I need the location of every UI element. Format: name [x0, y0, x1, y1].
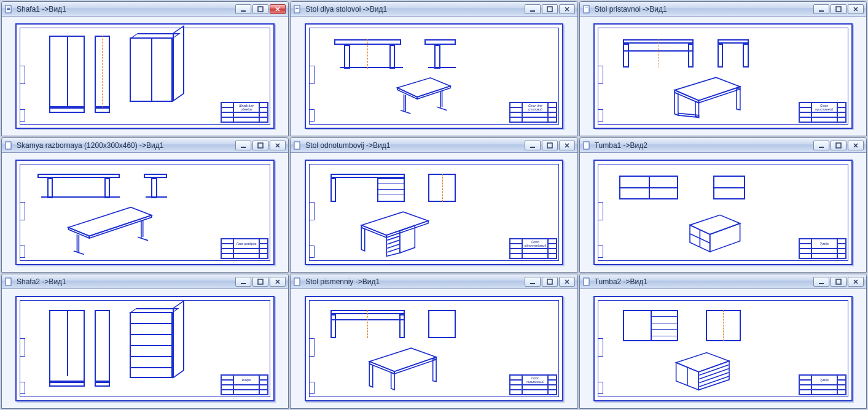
window-controls — [525, 4, 575, 14]
svg-rect-25 — [6, 142, 11, 149]
minimize-button[interactable] — [235, 4, 251, 14]
svg-marker-54 — [394, 357, 436, 374]
maximize-button[interactable] — [831, 277, 846, 287]
svg-rect-60 — [836, 279, 841, 284]
svg-rect-1 — [7, 7, 10, 7]
maximize-button[interactable] — [252, 141, 268, 150]
maximize-button[interactable] — [252, 277, 268, 287]
svg-rect-27 — [258, 143, 263, 148]
svg-marker-23 — [737, 88, 740, 110]
window-controls — [525, 277, 575, 287]
drawing-sheet: Шафа — [15, 296, 275, 401]
canvas[interactable]: Стол письменный — [291, 289, 577, 408]
svg-rect-40 — [584, 142, 589, 149]
titlebar[interactable]: Stol pismenniy ->Вид1 — [291, 274, 577, 289]
window-shafa2: Shafa2 ->Вид1 — [1, 274, 289, 409]
svg-marker-45 — [710, 223, 740, 252]
svg-rect-58 — [584, 278, 589, 285]
svg-rect-8 — [295, 8, 299, 9]
close-button[interactable] — [270, 277, 286, 287]
svg-rect-48 — [258, 279, 263, 284]
svg-marker-21 — [674, 93, 678, 115]
titlebar[interactable]: Tumba2 ->Вид1 — [580, 274, 866, 289]
titlebar[interactable]: Shafa1 ->Вид1 — [2, 2, 288, 17]
close-button[interactable] — [848, 4, 864, 14]
drawing-name: Шкаф для одежды — [233, 102, 259, 112]
svg-marker-55 — [369, 364, 372, 387]
window-controls — [813, 141, 864, 150]
canvas[interactable]: Шкаф для одежды — [2, 17, 288, 136]
document-icon — [293, 141, 302, 150]
svg-marker-30 — [89, 215, 152, 238]
maximize-button[interactable] — [542, 4, 558, 14]
titlebar[interactable]: Skamya razbornaya (1200x300x460) ->Вид1 — [2, 138, 288, 153]
canvas[interactable]: Тумба — [580, 153, 866, 272]
minimize-button[interactable] — [525, 4, 541, 14]
title-block: Шафа — [221, 374, 268, 395]
document-icon — [293, 5, 302, 14]
canvas[interactable]: Лава розбірна — [2, 153, 288, 272]
minimize-button[interactable] — [235, 277, 251, 287]
maximize-button[interactable] — [831, 141, 846, 150]
titlebar[interactable]: Stol dlya stolovoi ->Вид1 — [291, 2, 577, 17]
minimize-button[interactable] — [813, 277, 829, 287]
svg-rect-2 — [7, 8, 10, 9]
minimize-button[interactable] — [525, 141, 541, 150]
maximize-button[interactable] — [252, 4, 268, 14]
svg-rect-26 — [241, 147, 246, 148]
window-controls — [235, 4, 286, 14]
svg-rect-46 — [6, 278, 11, 285]
maximize-button[interactable] — [542, 277, 558, 287]
svg-marker-12 — [397, 88, 416, 99]
svg-rect-47 — [241, 283, 246, 284]
close-button[interactable] — [270, 4, 286, 14]
minimize-button[interactable] — [525, 277, 541, 287]
window-controls — [813, 277, 864, 287]
drawing-sheet: Стол для столовой — [305, 23, 564, 128]
title-block: Шкаф для одежды — [221, 102, 268, 123]
window-controls — [235, 277, 286, 287]
close-button[interactable] — [848, 277, 864, 287]
minimize-button[interactable] — [813, 141, 829, 150]
close-button[interactable] — [559, 141, 575, 150]
svg-rect-9 — [530, 10, 535, 12]
window-title: Stol pristavnoi ->Вид1 — [595, 5, 810, 14]
close-button[interactable] — [559, 277, 575, 287]
titlebar[interactable]: Stol odnotumbovij ->Вид1 — [291, 138, 577, 153]
canvas[interactable]: Тумба — [580, 289, 866, 408]
window-title: Tumba1 ->Вид2 — [595, 141, 810, 150]
canvas[interactable]: Стол приставной — [580, 17, 866, 136]
window-stol-pismenniy: Stol pismenniy ->Вид1 — [290, 274, 577, 409]
document-icon — [293, 277, 302, 286]
svg-rect-50 — [530, 283, 535, 284]
svg-rect-4 — [241, 10, 246, 12]
canvas[interactable]: Стол для столовой — [291, 17, 577, 136]
drawing-sheet: Тумба — [593, 160, 853, 265]
minimize-button[interactable] — [813, 4, 829, 14]
titlebar[interactable]: Tumba1 ->Вид2 — [580, 138, 866, 153]
minimize-button[interactable] — [235, 141, 251, 150]
svg-marker-37 — [362, 228, 365, 251]
document-icon — [4, 277, 13, 286]
svg-marker-61 — [676, 353, 729, 372]
drawing-name: Тумба — [811, 375, 837, 385]
document-icon — [582, 277, 591, 286]
drawing-name: Стол однотумбовый — [522, 239, 548, 249]
canvas[interactable]: Стол однотумбовый — [291, 153, 577, 272]
window-stol-odnotumb: Stol odnotumbovij ->Вид1 — [290, 137, 577, 273]
drawing-sheet: Стол письменный — [305, 296, 564, 401]
close-button[interactable] — [848, 141, 864, 150]
document-icon — [4, 5, 13, 14]
close-button[interactable] — [559, 4, 575, 14]
maximize-button[interactable] — [542, 141, 558, 150]
canvas[interactable]: Шафа — [2, 289, 288, 408]
title-block: Стол письменный — [509, 374, 557, 395]
title-block: Стол для столовой — [509, 102, 557, 123]
titlebar[interactable]: Shafa2 ->Вид1 — [2, 274, 288, 289]
close-button[interactable] — [270, 141, 286, 150]
maximize-button[interactable] — [831, 4, 846, 14]
window-controls — [813, 4, 864, 14]
svg-marker-20 — [698, 87, 740, 103]
titlebar[interactable]: Stol pristavnoi ->Вид1 — [580, 2, 866, 17]
window-title: Stol pismenniy ->Вид1 — [305, 277, 520, 286]
